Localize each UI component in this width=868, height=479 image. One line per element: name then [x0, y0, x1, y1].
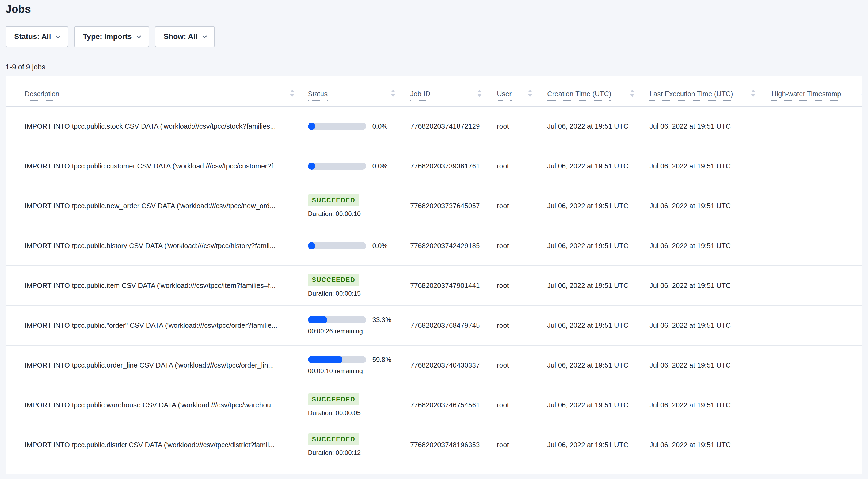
job-id: 776820203742429185	[399, 226, 485, 266]
job-user: root	[485, 146, 536, 186]
sort-icon[interactable]	[630, 90, 634, 101]
sort-icon[interactable]	[391, 90, 395, 101]
progress-line: 33.3%	[308, 316, 392, 324]
chevron-down-icon	[136, 33, 141, 38]
job-high-water-timestamp	[759, 107, 862, 146]
job-last-execution-time: Jul 06, 2022 at 19:51 UTC	[638, 425, 759, 465]
time-remaining: 00:00:10 remaining	[308, 367, 363, 375]
duration: Duration: 00:00:05	[308, 409, 361, 417]
status-filter-dropdown[interactable]: Status: All	[6, 26, 68, 47]
job-description-link[interactable]: IMPORT INTO tpcc.public.history CSV DATA…	[25, 242, 275, 250]
progress-bar-fill	[308, 316, 327, 323]
job-user: root	[485, 107, 536, 146]
show-filter-dropdown[interactable]: Show: All	[155, 26, 215, 47]
page-title: Jobs	[6, 3, 868, 15]
table-row[interactable]: IMPORT INTO tpcc.public.order_line CSV D…	[6, 346, 862, 385]
filters-bar: Status: All Type: Imports Show: All	[6, 26, 868, 47]
sort-icon[interactable]	[861, 90, 862, 101]
job-creation-time: Jul 06, 2022 at 19:51 UTC	[536, 306, 639, 345]
job-description-link[interactable]: IMPORT INTO tpcc.public.customer CSV DAT…	[25, 162, 279, 170]
job-user: root	[485, 425, 536, 465]
job-high-water-timestamp	[759, 226, 862, 266]
job-description-link[interactable]: IMPORT INTO tpcc.public."order" CSV DATA…	[25, 321, 277, 330]
progress-bar	[308, 163, 366, 170]
sort-icon[interactable]	[477, 90, 482, 101]
column-header-description[interactable]: Description	[6, 90, 298, 106]
job-description-cell: IMPORT INTO tpcc.public.stock CSV DATA (…	[6, 107, 298, 146]
job-user: root	[485, 186, 536, 226]
job-description-cell: IMPORT INTO tpcc.public.district CSV DAT…	[6, 425, 298, 465]
column-header-creation-time[interactable]: Creation Time (UTC)	[536, 90, 639, 106]
job-description-link[interactable]: IMPORT INTO tpcc.public.order_line CSV D…	[25, 361, 274, 369]
job-high-water-timestamp	[759, 346, 862, 385]
table-row[interactable]: IMPORT INTO tpcc.public.customer CSV DAT…	[6, 146, 862, 186]
table-row[interactable]: IMPORT INTO tpcc.public.district CSV DAT…	[6, 425, 862, 465]
column-header-status[interactable]: Status	[298, 90, 399, 106]
job-description-link[interactable]: IMPORT INTO tpcc.public.item CSV DATA ('…	[25, 281, 276, 290]
progress-percent: 0.0%	[372, 162, 388, 170]
table-row[interactable]: IMPORT INTO tpcc.public.stock CSV DATA (…	[6, 107, 862, 146]
job-user: root	[485, 266, 536, 305]
progress-percent: 59.8%	[372, 356, 392, 364]
progress-bar	[308, 123, 366, 130]
job-description-cell: IMPORT INTO tpcc.public."order" CSV DATA…	[6, 306, 298, 345]
job-description-link[interactable]: IMPORT INTO tpcc.public.new_order CSV DA…	[25, 202, 275, 210]
sort-icon[interactable]	[751, 90, 755, 101]
job-id: 776820203741872129	[399, 107, 485, 146]
job-status-cell: 0.0%	[298, 226, 399, 266]
progress-percent: 0.0%	[372, 123, 388, 130]
duration: Duration: 00:00:15	[308, 290, 361, 297]
column-header-user[interactable]: User	[485, 90, 536, 106]
job-description-link[interactable]: IMPORT INTO tpcc.public.stock CSV DATA (…	[25, 122, 276, 131]
job-last-execution-time: Jul 06, 2022 at 19:51 UTC	[638, 306, 759, 345]
job-high-water-timestamp	[759, 266, 862, 305]
table-row[interactable]: IMPORT INTO tpcc.public.item CSV DATA ('…	[6, 266, 862, 306]
table-row[interactable]: IMPORT INTO tpcc.public.warehouse CSV DA…	[6, 385, 862, 425]
job-last-execution-time: Jul 06, 2022 at 19:51 UTC	[638, 226, 759, 266]
table-row[interactable]: IMPORT INTO tpcc.public.history CSV DATA…	[6, 226, 862, 266]
job-last-execution-time: Jul 06, 2022 at 19:51 UTC	[638, 385, 759, 425]
job-user: root	[485, 226, 536, 266]
progress-percent: 33.3%	[372, 316, 392, 324]
table-body: IMPORT INTO tpcc.public.stock CSV DATA (…	[6, 107, 862, 465]
job-description-cell: IMPORT INTO tpcc.public.order_line CSV D…	[6, 346, 298, 385]
progress-bar-fill	[308, 123, 315, 130]
table-header: Description Status Job ID User Creation …	[6, 76, 862, 107]
type-filter-label: Type: Imports	[83, 32, 132, 41]
progress-bar-fill	[308, 356, 343, 363]
progress-line: 59.8%	[308, 356, 392, 364]
status-badge: SUCCEEDED	[308, 194, 359, 206]
column-header-job-id[interactable]: Job ID	[399, 90, 485, 106]
progress-percent: 0.0%	[372, 242, 388, 250]
job-description-link[interactable]: IMPORT INTO tpcc.public.warehouse CSV DA…	[25, 401, 277, 409]
column-header-last-execution-time[interactable]: Last Execution Time (UTC)	[638, 90, 759, 106]
progress-line: 0.0%	[308, 162, 388, 170]
job-description-link[interactable]: IMPORT INTO tpcc.public.district CSV DAT…	[25, 441, 275, 449]
sort-icon[interactable]	[528, 90, 532, 101]
job-status-cell: 0.0%	[298, 146, 399, 186]
type-filter-dropdown[interactable]: Type: Imports	[74, 26, 149, 47]
job-creation-time: Jul 06, 2022 at 19:51 UTC	[536, 107, 639, 146]
duration: Duration: 00:00:10	[308, 210, 361, 217]
job-status-cell: SUCCEEDEDDuration: 00:00:15	[298, 266, 399, 305]
sort-icon[interactable]	[290, 90, 294, 101]
job-status-cell: 33.3%00:00:26 remaining	[298, 306, 399, 345]
table-row[interactable]: IMPORT INTO tpcc.public."order" CSV DATA…	[6, 306, 862, 346]
duration: Duration: 00:00:12	[308, 449, 361, 456]
job-id: 776820203737645057	[399, 186, 485, 226]
job-status-cell: 59.8%00:00:10 remaining	[298, 346, 399, 385]
job-last-execution-time: Jul 06, 2022 at 19:51 UTC	[638, 186, 759, 226]
jobs-page: Jobs Status: All Type: Imports Show: All…	[0, 0, 868, 479]
progress-bar-fill	[308, 163, 315, 170]
job-description-cell: IMPORT INTO tpcc.public.warehouse CSV DA…	[6, 385, 298, 425]
job-high-water-timestamp	[759, 385, 862, 425]
table-row[interactable]: IMPORT INTO tpcc.public.new_order CSV DA…	[6, 186, 862, 226]
column-header-high-water-timestamp[interactable]: High-water Timestamp	[759, 90, 862, 106]
job-id: 776820203768479745	[399, 306, 485, 345]
job-creation-time: Jul 06, 2022 at 19:51 UTC	[536, 226, 639, 266]
job-creation-time: Jul 06, 2022 at 19:51 UTC	[536, 186, 639, 226]
job-id: 776820203739381761	[399, 146, 485, 186]
job-high-water-timestamp	[759, 425, 862, 465]
job-description-cell: IMPORT INTO tpcc.public.history CSV DATA…	[6, 226, 298, 266]
job-description-cell: IMPORT INTO tpcc.public.item CSV DATA ('…	[6, 266, 298, 305]
